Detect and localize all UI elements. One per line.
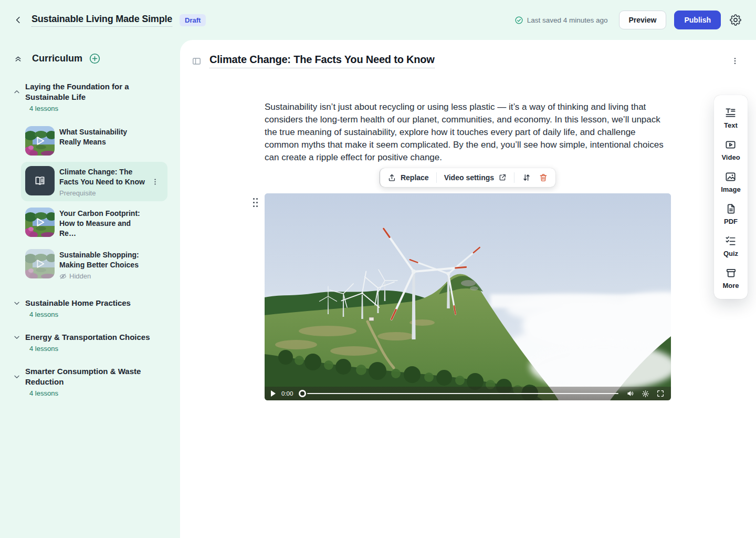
fullscreen-icon xyxy=(656,389,665,398)
lesson-item-hidden[interactable]: Sustainable Shopping: Making Better Choi… xyxy=(21,245,167,284)
video-icon xyxy=(724,139,737,151)
check-circle-icon xyxy=(514,16,523,25)
gear-icon xyxy=(730,14,741,26)
replace-video-button[interactable]: Replace xyxy=(387,173,429,182)
insert-more-button[interactable]: More xyxy=(722,267,739,289)
fullscreen-button[interactable] xyxy=(656,389,665,398)
sort-arrows-icon xyxy=(522,173,531,182)
eye-off-icon xyxy=(59,273,67,280)
insert-pdf-button[interactable]: PDF xyxy=(724,203,738,225)
more-icon xyxy=(725,267,737,279)
course-title[interactable]: Sustainable Living Made Simple xyxy=(32,14,172,27)
status-badge: Draft xyxy=(180,14,206,26)
insert-image-button[interactable]: Image xyxy=(721,171,741,193)
insert-toolbar: Text Video Image PDF Quiz More xyxy=(714,95,748,299)
collapse-all-button[interactable] xyxy=(13,53,24,64)
image-icon xyxy=(724,171,737,183)
volume-button[interactable] xyxy=(626,389,635,398)
toolbar-divider xyxy=(436,172,437,183)
section-header[interactable]: Smarter Consumption & Waste Reduction xyxy=(8,366,172,387)
section-header[interactable]: Sustainable Home Practices xyxy=(8,298,172,308)
external-link-icon xyxy=(498,173,507,182)
chevron-down-icon xyxy=(13,373,21,381)
block-drag-handle[interactable] xyxy=(251,196,259,209)
publish-button[interactable]: Publish xyxy=(674,11,721,29)
lesson-paragraph[interactable]: Sustainability isn’t just about recyclin… xyxy=(265,101,671,164)
lesson-item-selected[interactable]: Climate Change: The Facts You Need to Kn… xyxy=(21,162,167,201)
insert-video-button[interactable]: Video xyxy=(721,139,740,161)
lesson-title: Sustainable Shopping: Making Better Choi… xyxy=(59,250,146,270)
insert-item-label: More xyxy=(722,282,739,289)
video-player[interactable]: 0:00 xyxy=(265,193,671,400)
save-status: Last saved 4 minutes ago xyxy=(514,16,608,25)
lesson-subtitle: Hidden xyxy=(69,272,91,280)
insert-quiz-button[interactable]: Quiz xyxy=(723,235,738,257)
book-open-icon xyxy=(33,174,47,188)
settings-button[interactable] xyxy=(729,13,742,27)
lesson-item[interactable]: Your Carbon Footprint: How to Measure an… xyxy=(21,203,167,243)
text-icon xyxy=(724,107,737,119)
double-chevron-up-icon xyxy=(14,54,23,63)
toggle-sidebar-button[interactable] xyxy=(191,55,203,67)
video-block: Replace Video settings xyxy=(265,193,671,400)
curriculum-section: Laying the Foundation for a Sustainable … xyxy=(8,81,172,284)
sidebar-title: Curriculum xyxy=(32,53,82,64)
lesson-thumbnail xyxy=(25,249,55,278)
move-block-button[interactable] xyxy=(522,173,531,182)
play-button[interactable] xyxy=(271,390,276,397)
section-header[interactable]: Laying the Foundation for a Sustainable … xyxy=(8,81,172,102)
trash-icon xyxy=(539,173,548,182)
quiz-icon xyxy=(724,235,737,247)
lesson-item[interactable]: What Sustainability Really Means xyxy=(21,122,167,160)
save-status-text: Last saved 4 minutes ago xyxy=(527,16,608,24)
section-title: Smarter Consumption & Waste Reduction xyxy=(25,366,156,387)
play-icon xyxy=(25,126,55,156)
video-frame-landscape xyxy=(265,193,671,400)
curriculum-sidebar: Curriculum Laying the Foundation for a S… xyxy=(0,40,180,538)
insert-item-label: PDF xyxy=(724,218,738,225)
add-section-button[interactable] xyxy=(88,51,102,66)
section-lessons-count: 4 lessons xyxy=(29,311,172,318)
lesson-title: Your Carbon Footprint: How to Measure an… xyxy=(59,209,146,239)
plus-circle-icon xyxy=(89,53,101,65)
curriculum-section: Sustainable Home Practices 4 lessons xyxy=(8,298,172,318)
lesson-menu-button[interactable] xyxy=(149,175,161,188)
pdf-icon xyxy=(725,203,737,215)
back-button[interactable] xyxy=(13,14,24,26)
player-settings-button[interactable] xyxy=(642,390,649,398)
lesson-options-button[interactable] xyxy=(729,55,741,67)
panel-left-icon xyxy=(192,56,202,66)
lesson-heading[interactable]: Climate Change: The Facts You Need to Kn… xyxy=(209,54,435,68)
chevron-up-icon xyxy=(13,88,21,96)
lesson-editor: Climate Change: The Facts You Need to Kn… xyxy=(180,40,756,538)
replace-label: Replace xyxy=(401,173,429,182)
chevron-down-icon xyxy=(13,299,21,307)
play-icon xyxy=(25,249,55,278)
scrubber-handle[interactable] xyxy=(299,390,306,397)
lesson-subtitle: Prerequisite xyxy=(59,189,146,197)
video-settings-button[interactable]: Video settings xyxy=(444,173,507,182)
video-controls: 0:00 xyxy=(265,387,671,400)
insert-item-label: Video xyxy=(721,153,740,161)
insert-item-label: Image xyxy=(721,185,741,193)
lesson-reading-tile xyxy=(25,166,55,195)
section-header[interactable]: Energy & Transportation Choices xyxy=(8,332,172,343)
preview-button[interactable]: Preview xyxy=(619,11,667,29)
delete-block-button[interactable] xyxy=(539,173,548,182)
volume-icon xyxy=(626,389,635,398)
insert-text-button[interactable]: Text xyxy=(724,107,738,129)
upload-icon xyxy=(387,173,396,182)
settings-label: Video settings xyxy=(444,173,494,182)
progress-track[interactable] xyxy=(307,393,618,395)
gear-icon xyxy=(642,390,649,398)
section-lessons-count: 4 lessons xyxy=(29,105,172,112)
play-icon xyxy=(25,208,55,237)
lesson-thumbnail xyxy=(25,208,55,237)
kebab-icon xyxy=(151,178,159,185)
kebab-icon xyxy=(731,57,739,65)
section-title: Sustainable Home Practices xyxy=(25,298,156,308)
chevron-down-icon xyxy=(13,333,21,342)
section-title: Laying the Foundation for a Sustainable … xyxy=(25,81,156,102)
current-time: 0:00 xyxy=(281,390,293,397)
section-lessons-count: 4 lessons xyxy=(29,389,172,397)
